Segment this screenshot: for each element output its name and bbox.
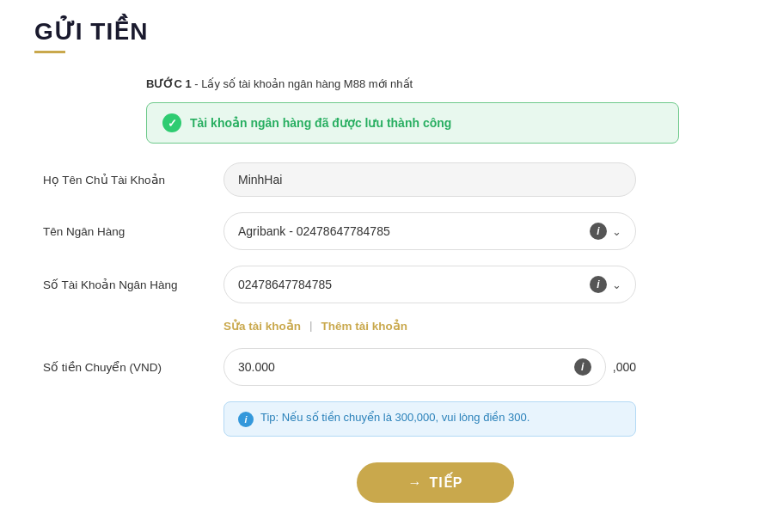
- amount-row: Số tiền Chuyển (VND) i ,000: [34, 348, 725, 386]
- tip-info-icon: i: [238, 412, 254, 427]
- amount-input-box[interactable]: i: [223, 348, 606, 386]
- step-label: BƯỚC 1 - Lấy số tài khoản ngân hàng M88 …: [146, 77, 725, 90]
- amount-input[interactable]: [238, 360, 574, 374]
- actions-divider: |: [309, 319, 313, 333]
- arrow-icon: →: [408, 475, 423, 491]
- amount-label: Số tiền Chuyển (VND): [34, 360, 223, 374]
- account-number-label: Số Tài Khoản Ngân Hàng: [34, 278, 223, 291]
- account-number-value: 02478647784785: [238, 278, 590, 291]
- page-title: GỬI TIỀN: [34, 17, 725, 46]
- amount-info-icon[interactable]: i: [574, 358, 591, 376]
- bank-chevron-icon[interactable]: ⌄: [612, 225, 621, 238]
- submit-row: → TIẾP: [146, 462, 725, 503]
- account-number-control[interactable]: 02478647784785 i ⌄: [223, 266, 636, 303]
- step-text: - Lấy số tài khoản ngân hàng M88 mới nhấ…: [192, 77, 413, 90]
- tip-text: Tip: Nếu số tiền chuyển là 300,000, vui …: [260, 411, 529, 424]
- step-bold: BƯỚC 1: [146, 77, 192, 90]
- amount-suffix: ,000: [613, 360, 636, 374]
- account-number-select[interactable]: 02478647784785 i ⌄: [223, 266, 636, 303]
- add-account-link[interactable]: Thêm tài khoản: [321, 319, 408, 333]
- bank-name-icons: i ⌄: [590, 223, 621, 240]
- title-underline: [34, 51, 65, 53]
- amount-control: i ,000: [223, 348, 636, 386]
- account-name-control: [223, 162, 636, 197]
- success-banner: Tài khoản ngân hàng đã được lưu thành cô…: [146, 102, 679, 144]
- account-actions: Sửa tài khoản | Thêm tài khoản: [223, 319, 725, 333]
- bank-name-value: Agribank - 02478647784785: [238, 224, 590, 238]
- tip-box: i Tip: Nếu số tiền chuyển là 300,000, vu…: [223, 401, 636, 437]
- account-name-row: Họ Tên Chủ Tài Khoản: [34, 162, 725, 197]
- amount-input-group: i ,000: [223, 348, 636, 386]
- edit-account-link[interactable]: Sửa tài khoản: [223, 319, 301, 333]
- account-number-row: Số Tài Khoản Ngân Hàng 02478647784785 i …: [34, 266, 725, 303]
- bank-name-control[interactable]: Agribank - 02478647784785 i ⌄: [223, 212, 636, 250]
- submit-button[interactable]: → TIẾP: [357, 462, 515, 503]
- account-name-label: Họ Tên Chủ Tài Khoản: [34, 173, 223, 187]
- success-message: Tài khoản ngân hàng đã được lưu thành cô…: [190, 116, 451, 130]
- bank-name-row: Tên Ngân Hàng Agribank - 02478647784785 …: [34, 212, 725, 250]
- account-name-input[interactable]: [223, 162, 636, 197]
- bank-info-icon[interactable]: i: [590, 223, 607, 240]
- account-number-icons: i ⌄: [590, 276, 621, 293]
- success-check-icon: [162, 113, 181, 132]
- account-chevron-icon[interactable]: ⌄: [612, 278, 621, 291]
- submit-label: TIẾP: [430, 474, 463, 491]
- account-info-icon[interactable]: i: [590, 276, 607, 293]
- bank-name-label: Tên Ngân Hàng: [34, 225, 223, 238]
- bank-name-select[interactable]: Agribank - 02478647784785 i ⌄: [223, 212, 636, 250]
